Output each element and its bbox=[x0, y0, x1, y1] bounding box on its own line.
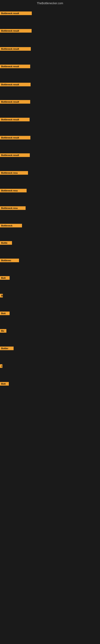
bottleneck-badge-8: Bottleneck result bbox=[0, 136, 30, 140]
bottleneck-badge-4: Bottleneck result bbox=[0, 64, 30, 68]
bottleneck-badge-16: Bott bbox=[0, 276, 10, 280]
site-title: TheBottlenecker.com bbox=[0, 0, 100, 6]
bottleneck-badge-20: Bottler bbox=[0, 346, 14, 350]
bottleneck-badge-3: Bottleneck result bbox=[0, 47, 31, 51]
bottleneck-badge-13: Bottleneck bbox=[0, 224, 22, 228]
bottleneck-badge-14: Bottle bbox=[0, 241, 12, 245]
bottleneck-badge-22: Bott bbox=[0, 382, 9, 386]
bottleneck-badge-11: Bottleneck resu bbox=[0, 189, 27, 192]
bottleneck-badge-7: Bottleneck result bbox=[0, 118, 30, 121]
bottleneck-badge-6: Bottleneck result bbox=[0, 100, 30, 104]
bottleneck-badge-19: Bo bbox=[0, 329, 6, 333]
bottleneck-badge-12: Bottleneck resu bbox=[0, 206, 26, 210]
bottleneck-badge-10: Bottleneck resu bbox=[0, 171, 28, 175]
bottleneck-badge-5: Bottleneck result bbox=[0, 83, 31, 86]
bottleneck-badge-21: | bbox=[0, 364, 2, 368]
bottleneck-badge-9: Bottleneck result bbox=[0, 153, 30, 157]
bottleneck-badge-2: Bottleneck result bbox=[0, 29, 32, 32]
bottleneck-badge-1: Bottleneck result bbox=[0, 12, 32, 15]
bottleneck-badge-18: Bott bbox=[0, 312, 10, 315]
bottleneck-badge-17: B bbox=[0, 294, 3, 298]
bottleneck-badge-15: Bottlenec bbox=[0, 258, 19, 262]
